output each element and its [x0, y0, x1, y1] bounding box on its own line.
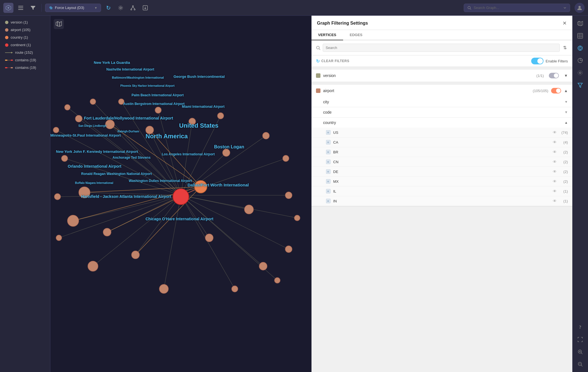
user-avatar[interactable]: [575, 3, 585, 13]
sidebar-fullscreen-button[interactable]: [575, 334, 586, 345]
svg-line-47: [135, 195, 181, 255]
filter-sort-button[interactable]: ⇅: [562, 44, 568, 52]
sidebar-help-button[interactable]: ?: [575, 322, 586, 333]
country-item-cn[interactable]: ⊞ CN 👁 (2): [311, 157, 573, 167]
country-list[interactable]: ⊞ US 👁 (74) ⊞ CA 👁 (4): [311, 128, 573, 206]
country-item-de[interactable]: ⊞ DE 👁 (2): [311, 167, 573, 177]
svg-point-5: [50, 7, 52, 8]
legend-item-version[interactable]: version (1): [3, 19, 47, 25]
hierarchy-button[interactable]: [128, 3, 138, 13]
filter-body[interactable]: version (1/1) ▼ airport (105/105) ▲: [311, 67, 573, 372]
legend-item-country[interactable]: country (1): [3, 34, 47, 41]
settings-button-1[interactable]: [116, 3, 126, 13]
sidebar-map-button[interactable]: [575, 18, 586, 29]
svg-marker-107: [579, 21, 581, 26]
filter-search-input[interactable]: [323, 44, 560, 52]
country-in-eye-icon[interactable]: 👁: [553, 199, 557, 203]
export-button[interactable]: [140, 3, 150, 13]
clear-filters-icon: ↻: [316, 59, 320, 64]
airport-toggle[interactable]: [551, 88, 561, 93]
filter-toggle-button[interactable]: [28, 3, 38, 13]
sidebar-zoom-out-button[interactable]: [575, 359, 586, 370]
sidebar-settings-button[interactable]: [575, 67, 586, 78]
svg-line-35: [150, 130, 181, 195]
country-item-us[interactable]: ⊞ US 👁 (74): [311, 128, 573, 137]
country-br-eye-icon[interactable]: 👁: [553, 150, 557, 154]
sidebar-table-button[interactable]: [575, 30, 586, 41]
city-label: city: [323, 100, 565, 104]
main-content: version (1) airport (105) country (1) co…: [0, 16, 588, 372]
country-il-eye-icon[interactable]: 👁: [553, 189, 557, 193]
country-de-eye-icon[interactable]: 👁: [553, 169, 557, 174]
search-input[interactable]: [474, 6, 561, 10]
country-br-count: (2): [559, 150, 568, 154]
sidebar-zoom-in-button[interactable]: [575, 346, 586, 357]
country-in-icon: ⊞: [326, 199, 331, 203]
svg-rect-2: [18, 6, 23, 6]
country-cn-eye-icon[interactable]: 👁: [553, 160, 557, 164]
svg-line-105: [319, 49, 320, 50]
svg-rect-26: [5, 60, 7, 61]
code-label: code: [323, 110, 565, 114]
version-expand-icon[interactable]: ▼: [564, 73, 568, 78]
sidebar-filter-button[interactable]: [575, 43, 586, 54]
country-item-ca[interactable]: ⊞ CA 👁 (4): [311, 137, 573, 147]
graph-canvas[interactable]: New York La Guardia Nashville Internatio…: [50, 16, 311, 372]
svg-point-14: [132, 6, 133, 7]
country-mx-label: MX: [333, 179, 550, 184]
vertex-airport-header[interactable]: airport (105/105) ▲: [311, 85, 573, 97]
graph-search-bar[interactable]: [464, 4, 570, 12]
property-code[interactable]: code ▼: [311, 107, 573, 118]
country-item-mx[interactable]: ⊞ MX 👁 (2): [311, 177, 573, 186]
clear-filters-label: CLEAR FILTERS: [321, 59, 349, 63]
property-city[interactable]: city ▼: [311, 97, 573, 107]
sidebar-analytics-button[interactable]: [575, 55, 586, 66]
legend-item-contains-red[interactable]: contains (19): [3, 64, 47, 71]
legend-item-route[interactable]: route (152): [3, 49, 47, 56]
clear-filters-button[interactable]: ↻ CLEAR FILTERS: [316, 59, 350, 64]
legend-item-airport[interactable]: airport (105): [3, 27, 47, 33]
svg-marker-108: [581, 21, 583, 26]
toolbar: Force Layout (D3) ▼ ↻: [0, 0, 588, 16]
enable-filters-toggle[interactable]: [531, 58, 544, 64]
svg-point-78: [244, 205, 253, 214]
airport-expand-icon[interactable]: ▲: [564, 88, 568, 93]
version-toggle[interactable]: [549, 73, 559, 78]
country-us-eye-icon[interactable]: 👁: [553, 130, 557, 135]
contains-red-edge-icon: [5, 66, 13, 69]
svg-marker-123: [578, 83, 582, 87]
right-sidebar: ?: [572, 16, 588, 372]
filter-tabs: VERTICES EDGES: [311, 30, 573, 40]
route-edge-icon: [5, 51, 13, 54]
version-count: (1/1): [536, 74, 544, 78]
country-item-il[interactable]: ⊞ IL 👁 (1): [311, 186, 573, 196]
tab-vertices[interactable]: VERTICES: [311, 30, 343, 40]
country-item-br[interactable]: ⊞ BR 👁 (2): [311, 147, 573, 157]
svg-point-13: [119, 6, 123, 10]
svg-rect-109: [578, 33, 583, 38]
layout-selector[interactable]: Force Layout (D3) ▼: [45, 4, 101, 12]
country-item-in[interactable]: ⊞ IN 👁 (1): [311, 196, 573, 206]
menu-button[interactable]: [16, 3, 26, 13]
enable-filters-row: Enable Filters: [531, 58, 568, 64]
svg-line-17: [131, 7, 133, 9]
filter-close-button[interactable]: ✕: [563, 20, 567, 26]
legend-item-continent[interactable]: continent (1): [3, 42, 47, 48]
app-logo[interactable]: [3, 3, 13, 13]
legend-item-contains-orange[interactable]: contains (19): [3, 57, 47, 63]
country-mx-eye-icon[interactable]: 👁: [553, 179, 557, 184]
svg-point-80: [283, 155, 289, 162]
tab-edges[interactable]: EDGES: [343, 30, 369, 40]
country-ca-eye-icon[interactable]: 👁: [553, 140, 557, 144]
svg-point-98: [54, 193, 60, 200]
enable-filters-label: Enable Filters: [546, 59, 568, 63]
vertex-version-header[interactable]: version (1/1) ▼: [311, 69, 573, 82]
vertex-type-airport: airport (105/105) ▲ city ▼ code ▼: [311, 84, 573, 207]
country-property-header[interactable]: country ▲: [311, 118, 573, 128]
svg-rect-3: [18, 8, 23, 8]
svg-line-45: [73, 195, 181, 221]
city-chevron-icon: ▼: [564, 100, 568, 104]
svg-line-42: [79, 119, 181, 195]
sidebar-funnel-button[interactable]: [575, 79, 586, 91]
refresh-button[interactable]: ↻: [103, 3, 113, 13]
